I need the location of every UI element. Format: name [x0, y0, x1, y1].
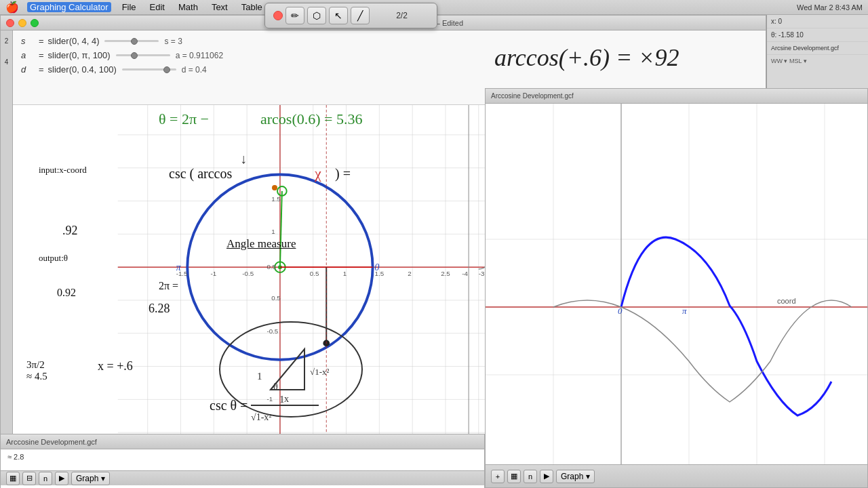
slider-d-value: d = 0.4: [182, 65, 207, 75]
slider-d-label: d: [21, 64, 35, 75]
slider-a-label: a: [21, 50, 35, 60]
slider-d-track[interactable]: [122, 68, 176, 70]
sidebar-label-2: 2: [5, 37, 9, 45]
sw-play-btn[interactable]: ▶: [540, 470, 553, 483]
apple-menu[interactable]: 🍎: [5, 1, 19, 14]
menu-text[interactable]: Text: [209, 2, 231, 12]
slider-s-value: s = 3: [164, 37, 182, 46]
minimize-button[interactable]: [18, 19, 26, 27]
val-label: ≈ 2.8: [7, 453, 24, 461]
big-math-expression: arccos(+.6) = ×92: [494, 37, 752, 79]
svg-text:-0.5: -0.5: [267, 327, 278, 335]
second-window-title: Arccosine Development.gcf: [491, 92, 574, 100]
svg-text:-1: -1: [210, 270, 216, 277]
svg-text:-1: -1: [267, 395, 273, 403]
svg-text:1.5: 1.5: [271, 195, 281, 203]
svg-rect-86: [486, 104, 867, 487]
second-window: Arccosine Development.gcf 0 π: [485, 88, 868, 488]
shape-tool[interactable]: ⬡: [307, 7, 326, 24]
svg-text:-0.5: -0.5: [242, 270, 254, 277]
maximize-button[interactable]: [31, 19, 39, 27]
svg-text:-4: -4: [462, 270, 468, 277]
menu-app[interactable]: Graphing Calculator: [27, 2, 111, 12]
line-tool[interactable]: ╱: [351, 7, 370, 24]
ww-label: WW ▾ MSL ▾: [767, 55, 868, 67]
third-window-titlebar: Arccosine Development.gcf: [1, 434, 484, 449]
second-window-svg: 0 π coord: [486, 104, 867, 487]
svg-text:coord: coord: [777, 297, 796, 305]
sw-dropdown-arrow: ▾: [586, 472, 590, 481]
theta-coord: θ: -1.58 10: [767, 28, 868, 42]
third-toolbar: ▦ ⊟ n ▶ Graph ▾: [1, 470, 484, 485]
slider-a-value: a = 0.911062: [176, 51, 223, 60]
svg-text:0.5: 0.5: [271, 294, 281, 302]
third-add[interactable]: ▦: [6, 472, 20, 485]
svg-text:π: π: [176, 262, 182, 272]
toolbar-counter: 2/2: [396, 11, 408, 20]
toolbar-window: ✏ ⬡ ↖ ╱ 2/2: [264, 3, 437, 28]
arrow-tool[interactable]: ↖: [329, 7, 348, 24]
svg-text:1: 1: [343, 270, 347, 277]
menu-math[interactable]: Math: [176, 2, 201, 12]
slider-s-func: slider(0, 4, 4): [48, 36, 100, 46]
third-n[interactable]: n: [39, 472, 52, 485]
slider-s-track[interactable]: [104, 40, 159, 42]
menu-file[interactable]: File: [119, 2, 139, 12]
menu-edit[interactable]: Edit: [147, 2, 167, 12]
close-button[interactable]: [6, 19, 14, 27]
third-window: Arccosine Development.gcf ≈ 2.8 ▦ ⊟ n ▶ …: [0, 434, 485, 488]
sw-graph-dropdown[interactable]: Graph ▾: [556, 470, 595, 483]
third-window-title: Arccosine Development.gcf: [6, 438, 97, 446]
third-play[interactable]: ▶: [55, 472, 68, 485]
sw-add-btn[interactable]: +: [491, 470, 505, 483]
svg-text:0.5: 0.5: [267, 263, 276, 270]
third-window-content: ≈ 2.8 ▦ ⊟ n ▶ Graph ▾: [1, 449, 484, 488]
svg-text:-3: -3: [479, 270, 485, 277]
pencil-tool[interactable]: ✏: [285, 7, 304, 24]
toolbar-close-btn[interactable]: [273, 11, 283, 20]
third-list[interactable]: ⊟: [22, 472, 36, 485]
sw-grid-btn[interactable]: ▦: [507, 470, 521, 483]
svg-text:0.5: 0.5: [310, 270, 319, 277]
slider-s-label: s: [21, 36, 35, 46]
sw-n-btn[interactable]: n: [524, 470, 537, 483]
coord-label: x: 0: [767, 15, 868, 28]
menu-table[interactable]: Table: [239, 2, 265, 12]
second-window-content: 0 π coord + ▦ n ▶ Graph ▾: [486, 104, 867, 487]
menubar-right: Wed Mar 2 8:43 AM: [797, 3, 863, 12]
svg-text:2: 2: [408, 270, 411, 277]
svg-text:π: π: [682, 306, 687, 316]
third-graph-dd[interactable]: Graph ▾: [71, 472, 110, 485]
slider-a-track[interactable]: [116, 54, 170, 56]
arcsine-label: Arcsine Development.gcf: [767, 42, 868, 55]
second-window-toolbar: + ▦ n ▶ Graph ▾: [486, 464, 867, 487]
menu-time: Wed Mar 2 8:43 AM: [797, 3, 863, 12]
slider-a-func: slider(0, π, 100): [48, 50, 111, 60]
svg-text:1: 1: [271, 228, 275, 235]
slider-d-func: slider(0, 0.4, 100): [48, 64, 117, 75]
left-sidebar: 2 4: [1, 30, 13, 488]
arccos-svg: arccos(+.6) = ×92: [494, 37, 752, 75]
svg-text:2.5: 2.5: [441, 270, 450, 277]
sidebar-label-4: 4: [5, 58, 9, 66]
svg-text:arccos(+.6) = ×92: arccos(+.6) = ×92: [494, 44, 679, 71]
svg-text:0: 0: [375, 262, 380, 272]
second-window-titlebar: Arccosine Development.gcf: [486, 89, 867, 104]
svg-text:0: 0: [618, 306, 623, 316]
